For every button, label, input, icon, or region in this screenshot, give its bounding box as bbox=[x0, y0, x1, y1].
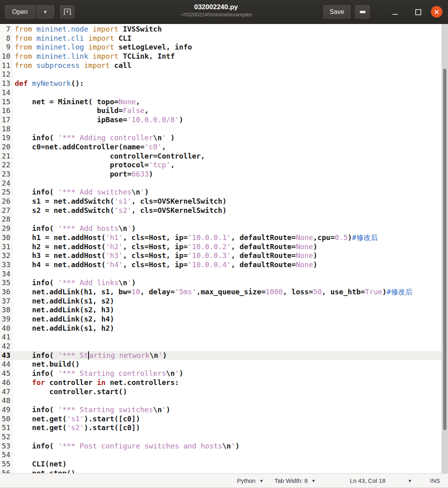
code-line[interactable]: 44 net.build() bbox=[0, 360, 448, 369]
code-line[interactable]: 29 info( '*** Add hosts\n') bbox=[0, 224, 448, 233]
code-line[interactable]: 45 info( '*** Starting controllers\n') bbox=[0, 369, 448, 378]
code-line[interactable]: 36 net.addLink(h1, s1, bw=10, delay='5ms… bbox=[0, 288, 448, 297]
minimize-icon bbox=[393, 14, 398, 15]
code-token: 's2' bbox=[114, 206, 131, 214]
close-icon bbox=[434, 9, 440, 15]
code-line[interactable]: 40 net.addLink(s1, h2) bbox=[0, 324, 448, 333]
code-line[interactable]: 31 h2 = net.addHost('h2', cls=Host, ip='… bbox=[0, 242, 448, 252]
open-button[interactable]: Open bbox=[4, 5, 36, 19]
code-token: , defaultRoute= bbox=[231, 242, 296, 251]
code-text bbox=[13, 342, 15, 351]
code-line[interactable]: 32 h3 = net.addHost('h3', cls=Host, ip='… bbox=[0, 251, 448, 260]
code-token bbox=[80, 61, 84, 69]
line-number: 10 bbox=[0, 52, 13, 61]
code-line[interactable]: 28 bbox=[0, 215, 448, 224]
code-line[interactable]: 21 controller=Controller, bbox=[0, 152, 448, 161]
code-line[interactable]: 50 net.get('s1').start([c0]) bbox=[0, 415, 448, 424]
line-number: 8 bbox=[0, 34, 13, 43]
code-line[interactable]: 16 build=False, bbox=[0, 106, 448, 115]
code-line[interactable]: 26 s1 = net.addSwitch('s1', cls=OVSKerne… bbox=[0, 197, 448, 206]
code-token: info( bbox=[15, 278, 58, 287]
code-token: , delay= bbox=[140, 288, 175, 296]
code-line[interactable]: 33 h4 = net.addHost('h4', cls=Host, ip='… bbox=[0, 260, 448, 270]
new-tab-icon bbox=[63, 8, 72, 16]
language-selector[interactable]: Python ▼ bbox=[237, 474, 264, 488]
code-line[interactable]: 38 net.addLink(s2, h3) bbox=[0, 305, 448, 315]
code-token: net.addLink(s2, h4) bbox=[15, 315, 114, 323]
code-line[interactable]: 11from subprocess import call bbox=[0, 61, 448, 70]
code-area[interactable]: 7from mininet.node import IVSSwitch8from… bbox=[0, 24, 448, 473]
code-text: s2 = net.addSwitch('s2', cls=OVSKernelSw… bbox=[13, 206, 227, 215]
code-token: h2 = net.addHost( bbox=[15, 242, 106, 251]
code-token: ,max_queue_size= bbox=[196, 288, 265, 296]
line-number: 34 bbox=[0, 270, 13, 279]
code-line[interactable]: 48 bbox=[0, 396, 448, 405]
menu-button[interactable] bbox=[354, 4, 371, 20]
code-line[interactable]: 43 info( '*** Starting network\n') bbox=[0, 351, 448, 360]
code-line[interactable]: 37 net.addLink(s1, s2) bbox=[0, 297, 448, 306]
code-text: from mininet.node import IVSSwitch bbox=[13, 25, 162, 34]
code-line[interactable]: 53 info( '*** Post configure switches an… bbox=[0, 442, 448, 451]
code-line[interactable]: 30 h1 = net.addHost('h1', cls=Host, ip='… bbox=[0, 233, 448, 242]
code-line[interactable]: 13def myNetwork(): bbox=[0, 79, 448, 88]
code-line[interactable]: 55 CLI(net) bbox=[0, 460, 448, 469]
code-line[interactable]: 47 controller.start() bbox=[0, 387, 448, 397]
code-line[interactable]: 20 c0=net.addController(name='c0', bbox=[0, 143, 448, 152]
code-line[interactable]: 12 bbox=[0, 70, 448, 79]
code-line[interactable]: 51 net.get('s2').start([c0]) bbox=[0, 423, 448, 432]
maximize-button[interactable] bbox=[412, 4, 424, 20]
code-line[interactable]: 23 port=6633) bbox=[0, 170, 448, 179]
code-line[interactable]: 18 bbox=[0, 125, 448, 134]
code-line[interactable]: 39 net.addLink(s2, h4) bbox=[0, 315, 448, 324]
code-line[interactable]: 25 info( '*** Add switches\n') bbox=[0, 188, 448, 197]
code-line[interactable]: 46 for controller in net.controllers: bbox=[0, 378, 448, 387]
code-line[interactable]: 27 s2 = net.addSwitch('s2', cls=OVSKerne… bbox=[0, 206, 448, 215]
code-line[interactable]: 22 protocol='tcp', bbox=[0, 161, 448, 170]
code-token: for bbox=[32, 378, 45, 387]
code-text: from mininet.cli import CLI bbox=[13, 34, 132, 43]
code-token: import bbox=[88, 34, 114, 42]
open-recent-dropdown[interactable]: ▼ bbox=[36, 5, 55, 19]
code-token: ) bbox=[382, 288, 387, 296]
code-token: CLI(net) bbox=[15, 460, 67, 468]
code-line[interactable]: 41 bbox=[0, 333, 448, 342]
code-line[interactable]: 14 bbox=[0, 88, 448, 97]
line-number: 28 bbox=[0, 215, 13, 224]
minimize-button[interactable] bbox=[389, 4, 401, 20]
code-line[interactable]: 35 info( '*** Add links\n') bbox=[0, 278, 448, 288]
code-line[interactable]: 7from mininet.node import IVSSwitch bbox=[0, 25, 448, 34]
code-line[interactable]: 52 bbox=[0, 432, 448, 442]
code-line[interactable]: 15 net = Mininet( topo=None, bbox=[0, 97, 448, 107]
code-text: net = Mininet( topo=None, bbox=[13, 97, 140, 107]
tab-width-selector[interactable]: Tab Width: 8 ▼ bbox=[274, 474, 316, 488]
new-tab-button[interactable] bbox=[59, 4, 75, 20]
code-line[interactable]: 8from mininet.cli import CLI bbox=[0, 34, 448, 43]
text-editor[interactable]: 7from mininet.node import IVSSwitch8from… bbox=[0, 24, 448, 473]
close-button[interactable] bbox=[431, 6, 442, 18]
code-line[interactable]: 17 ipBase='10.0.0.0/8') bbox=[0, 115, 448, 125]
code-line[interactable]: 54 bbox=[0, 450, 448, 460]
code-line[interactable]: 19 info( '*** Adding controller\n' ) bbox=[0, 133, 448, 143]
code-token: '*** St bbox=[58, 351, 88, 359]
code-token: IVSSwitch bbox=[118, 25, 162, 33]
code-line[interactable]: 9from mininet.log import setLogLevel, in… bbox=[0, 43, 448, 52]
code-text: net.addLink(s1, s2) bbox=[13, 297, 114, 306]
code-line[interactable]: 24 bbox=[0, 179, 448, 188]
code-token: ) bbox=[348, 233, 352, 242]
code-line[interactable]: 49 info( '*** Starting switches\n') bbox=[0, 405, 448, 415]
code-token: 's1' bbox=[67, 415, 84, 423]
code-token: in bbox=[97, 378, 106, 387]
code-token: info( bbox=[15, 133, 58, 142]
code-line[interactable]: 34 bbox=[0, 270, 448, 279]
scrollbar-track[interactable] bbox=[442, 24, 448, 473]
code-token: \n bbox=[166, 369, 175, 377]
code-line[interactable]: 42 bbox=[0, 342, 448, 351]
code-token: net.addLink(s1, s2) bbox=[15, 297, 114, 305]
code-line[interactable]: 56 net.stop() bbox=[0, 469, 448, 473]
code-token: ) bbox=[132, 278, 136, 287]
goto-line-dropdown[interactable]: ▼ bbox=[408, 474, 412, 488]
code-line[interactable]: 10from mininet.link import TCLink, Intf bbox=[0, 52, 448, 61]
save-button[interactable]: Save bbox=[322, 4, 351, 20]
scrollbar-thumb[interactable] bbox=[443, 69, 446, 430]
window-title: 032002240.py bbox=[112, 3, 320, 12]
